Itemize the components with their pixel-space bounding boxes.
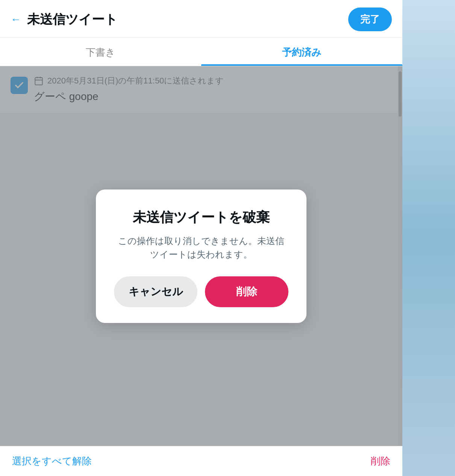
modal-overlay: 未送信ツイートを破棄 この操作は取り消しできません。未送信ツイートは失われます。… <box>0 66 402 446</box>
content-area: 2020年5月31日(日)の午前11:50に送信されます グーペ goope 未… <box>0 66 402 446</box>
modal-dialog: 未送信ツイートを破棄 この操作は取り消しできません。未送信ツイートは失われます。… <box>96 189 306 323</box>
header: ← 未送信ツイート 完了 <box>0 0 402 38</box>
bottom-bar: 選択をすべて解除 削除 <box>0 446 402 476</box>
page-title: 未送信ツイート <box>27 11 118 28</box>
tabs: 下書き 予約済み <box>0 38 402 66</box>
back-button[interactable]: ← <box>11 14 21 26</box>
clear-all-button[interactable]: 選択をすべて解除 <box>12 455 92 468</box>
cancel-button[interactable]: キャンセル <box>114 276 197 307</box>
modal-buttons: キャンセル 削除 <box>114 276 288 307</box>
right-decoration <box>402 0 455 476</box>
modal-description: この操作は取り消しできません。未送信ツイートは失われます。 <box>114 234 288 261</box>
modal-title: 未送信ツイートを破棄 <box>114 208 288 227</box>
app-panel: ← 未送信ツイート 完了 下書き 予約済み <box>0 0 402 476</box>
tab-drafts[interactable]: 下書き <box>0 38 201 66</box>
tab-scheduled[interactable]: 予約済み <box>201 38 402 66</box>
bottom-delete-button[interactable]: 削除 <box>371 455 390 468</box>
done-button[interactable]: 完了 <box>348 8 392 31</box>
header-left: ← 未送信ツイート <box>11 11 118 28</box>
delete-button[interactable]: 削除 <box>205 276 288 307</box>
